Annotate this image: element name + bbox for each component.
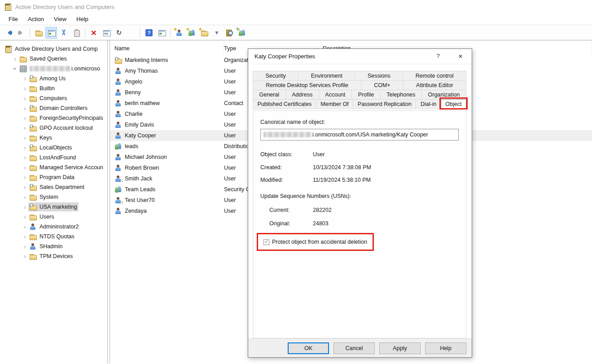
toolbar-separator <box>170 28 171 38</box>
tab-dial-in[interactable]: Dial-in <box>416 99 441 109</box>
show-console-tree-icon[interactable] <box>45 27 57 39</box>
tab-account[interactable]: Account <box>319 90 352 100</box>
tab-telephones[interactable]: Telephones <box>380 90 422 100</box>
expand-chevron-icon[interactable]: › <box>22 85 28 92</box>
forward-icon[interactable] <box>15 27 27 39</box>
tree-item-admininstrator2[interactable]: ›Admininstrator2 <box>0 222 107 232</box>
tree-item-system[interactable]: ›System <box>0 192 107 202</box>
new-group-icon[interactable]: ★ <box>186 27 197 39</box>
tree-item-saved-queries[interactable]: ›Saved Queries <box>0 54 107 64</box>
expand-chevron-icon[interactable]: › <box>22 154 28 161</box>
menu-file[interactable]: File <box>4 14 23 24</box>
expand-chevron-icon[interactable]: › <box>22 125 28 131</box>
tree-item-label: Admininstrator2 <box>39 224 79 230</box>
tree-item-shadmin[interactable]: ›SHadmin <box>0 241 107 251</box>
tree-item-localobjects[interactable]: ›LocalObjects <box>0 143 107 153</box>
expand-chevron-icon[interactable]: › <box>22 214 28 220</box>
expand-chevron-icon[interactable]: › <box>22 135 28 141</box>
tree-item-computers[interactable]: ›Computers <box>0 93 107 103</box>
object-tab-page: Canonical name of object: i.onmicrosoft.… <box>253 110 466 338</box>
export-list-icon[interactable] <box>126 27 137 39</box>
tab-general[interactable]: General <box>253 90 286 100</box>
tab-environment[interactable]: Environment <box>298 71 355 81</box>
tab-attribute-editor[interactable]: Attribute Editor <box>403 80 466 90</box>
expand-chevron-icon[interactable]: › <box>22 95 28 101</box>
cell-name: Robert Brown <box>125 165 159 171</box>
tab-remote-desktop-services-profile[interactable]: Remote Desktop Services Profile <box>253 80 361 90</box>
tree-item-active-directory-users-and-comp[interactable]: Active Directory Users and Comp <box>0 44 107 54</box>
up-one-level-icon[interactable] <box>33 27 44 39</box>
tree-item-users[interactable]: ›Users <box>0 212 107 222</box>
expand-chevron-icon[interactable]: › <box>22 164 28 171</box>
tree-item-domain-controllers[interactable]: ›Domain Controllers <box>0 103 107 113</box>
tree-item-gpo-account-lockout[interactable]: ›GPO Account lockout <box>0 123 107 133</box>
tab-security[interactable]: Security <box>253 71 298 81</box>
find-icon[interactable] <box>224 27 235 39</box>
tree-item-label: SHadmin <box>39 243 62 250</box>
folder-icon <box>29 154 37 161</box>
tree-item-ntds-quotas[interactable]: ›NTDS Quotas <box>0 232 107 241</box>
expand-chevron-icon[interactable]: › <box>22 174 28 180</box>
tree-item-tpm-devices[interactable]: ›TPM Devices <box>0 251 107 261</box>
back-icon[interactable] <box>3 27 14 39</box>
expand-chevron-icon[interactable]: › <box>22 75 28 82</box>
cancel-button[interactable]: Cancel <box>333 342 375 354</box>
delete-icon[interactable]: × <box>88 27 100 39</box>
collapse-chevron-icon[interactable]: › <box>12 66 18 72</box>
column-header-name[interactable]: Name <box>114 42 224 55</box>
help-button[interactable]: Help <box>425 342 466 354</box>
apply-button[interactable]: Apply <box>379 342 421 354</box>
cut-icon[interactable] <box>58 27 70 39</box>
expand-chevron-icon[interactable]: › <box>22 204 28 210</box>
expand-chevron-icon[interactable]: › <box>22 194 28 200</box>
paste-icon[interactable] <box>70 27 82 39</box>
tab-object[interactable]: Object <box>441 99 466 109</box>
help-icon[interactable]: ? <box>143 27 155 39</box>
filter-icon[interactable]: ▼ <box>211 27 223 39</box>
tab-published-certificates[interactable]: Published Certificates <box>253 99 316 109</box>
tree-item-program-data[interactable]: ›Program Data <box>0 172 107 182</box>
tree-item-keys[interactable]: ›Keys <box>0 133 107 143</box>
ok-button[interactable]: OK <box>288 342 329 354</box>
expand-chevron-icon[interactable]: › <box>12 56 18 62</box>
tree-item-sales-department[interactable]: ›Sales Department <box>0 182 107 192</box>
toolbar: ×↻?★★★▼↻ <box>0 25 592 40</box>
tree-item-foreignsecurityprincipals[interactable]: ›ForeignSecurityPrincipals <box>0 113 107 123</box>
tab-profile[interactable]: Profile <box>351 90 381 100</box>
new-ou-icon[interactable]: ★ <box>198 27 210 39</box>
tree-item-i-onmicroso[interactable]: ›i.onmicroso <box>0 64 107 74</box>
properties-icon[interactable] <box>101 27 112 39</box>
tab-com-[interactable]: COM+ <box>361 80 403 90</box>
tree-item-usa-marketing[interactable]: ›USA marketing <box>0 202 107 212</box>
menu-action[interactable]: Action <box>23 14 49 24</box>
new-user-icon[interactable]: ★ <box>173 27 185 39</box>
protect-object-checkbox[interactable] <box>263 239 269 245</box>
expand-chevron-icon[interactable]: › <box>22 115 28 121</box>
tree-item-among-us[interactable]: ›Among Us <box>0 74 107 83</box>
dialog-help-button[interactable]: ? <box>434 53 442 61</box>
tree-item-label: Domain Controllers <box>39 105 88 111</box>
expand-chevron-icon[interactable]: › <box>22 224 28 230</box>
expand-chevron-icon[interactable]: › <box>22 253 28 259</box>
tab-password-replication[interactable]: Password Replication <box>353 99 416 109</box>
canonical-name-input[interactable]: i.onmicrosoft.com/USA marketing/Katy Coo… <box>260 129 459 140</box>
tab-remote-control[interactable]: Remote control <box>403 71 466 81</box>
tree-item-builtin[interactable]: ›Builtin <box>0 83 107 93</box>
expand-chevron-icon[interactable]: › <box>22 105 28 111</box>
expand-chevron-icon[interactable]: › <box>22 184 28 190</box>
dialog-close-button[interactable]: × <box>456 52 465 61</box>
change-domain-icon[interactable]: ↻ <box>236 27 248 39</box>
tab-organization[interactable]: Organization <box>421 90 466 100</box>
expand-chevron-icon[interactable]: › <box>22 243 28 250</box>
tab-address[interactable]: Address <box>285 90 319 100</box>
menu-view[interactable]: View <box>49 14 71 24</box>
expand-chevron-icon[interactable]: › <box>22 233 28 240</box>
tab-sessions[interactable]: Sessions <box>355 71 403 81</box>
tree-item-lostandfound[interactable]: ›LostAndFound <box>0 153 107 162</box>
show-action-pane-icon[interactable] <box>156 27 167 39</box>
expand-chevron-icon[interactable]: › <box>22 145 28 151</box>
tree-item-managed-service-accoun[interactable]: ›Managed Service Accoun <box>0 162 107 172</box>
tab-member-of[interactable]: Member Of <box>316 99 353 109</box>
refresh-icon[interactable]: ↻ <box>113 27 125 39</box>
menu-help[interactable]: Help <box>71 14 93 24</box>
